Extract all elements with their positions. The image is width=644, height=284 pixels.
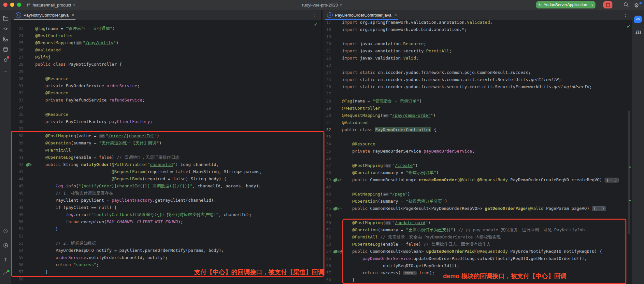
line-number[interactable]: 35	[11, 111, 23, 118]
code-line[interactable]: 34 @Resource	[322, 141, 632, 148]
code-line[interactable]: 22import javax.validation.Valid;	[322, 55, 632, 62]
code-line[interactable]: 24import static cn.iocoder.yudao.framewo…	[322, 69, 632, 76]
endpoint-gutter-icon[interactable]	[333, 206, 338, 211]
maximize-window-button[interactable]	[17, 3, 21, 7]
code-line[interactable]: 55 orderService.notifyOrder(channelId, n…	[11, 254, 321, 261]
project-folder-icon[interactable]	[0, 14, 11, 22]
line-number[interactable]: 32	[322, 126, 331, 133]
recent-clock-icon[interactable]	[0, 227, 11, 235]
line-number[interactable]: 37	[11, 125, 23, 132]
line-number[interactable]: 53	[322, 241, 331, 248]
line-number[interactable]: 54	[322, 248, 331, 255]
code-line[interactable]: 47 PayClient payClient = payClientFactor…	[11, 197, 321, 204]
line-number[interactable]: 33	[322, 133, 331, 141]
line-number[interactable]: 42	[322, 183, 331, 191]
notifications-bell-icon[interactable]	[0, 56, 11, 64]
line-number[interactable]: 29	[322, 105, 331, 112]
more-tool-windows-icon[interactable]: …	[0, 66, 11, 74]
line-number[interactable]: 18	[322, 26, 331, 33]
code-line[interactable]: 58 }	[322, 277, 632, 284]
code-line[interactable]: 50 throw exception(PAY_CHANNEL_CLIENT_NO…	[11, 218, 321, 225]
line-number[interactable]: 30	[11, 75, 23, 82]
line-number[interactable]: 57	[322, 269, 331, 277]
code-line[interactable]: 27@Slf4j	[11, 54, 321, 61]
line-number[interactable]: 37	[322, 162, 331, 169]
search-everywhere-icon[interactable]	[623, 2, 629, 7]
rerun-icon[interactable]: ↻	[538, 3, 542, 7]
line-number[interactable]: 30	[322, 112, 331, 119]
line-number[interactable]: 50	[322, 219, 331, 226]
code-line[interactable]: 59 @PostMapping(value = ⊕˅"/refund/{chan…	[11, 283, 321, 284]
code-line[interactable]: 54 PayOrderRespDTO notify = payClient.pa…	[11, 247, 321, 254]
code-line[interactable]: 23	[322, 62, 632, 69]
run-configuration-widget[interactable]: ↻ YudaoServerApplication ˅	[536, 1, 595, 8]
code-line[interactable]: 24@RestController	[11, 32, 321, 39]
code-line[interactable]: 56 return "success";	[11, 261, 321, 268]
vertical-scrollbar[interactable]	[628, 111, 630, 234]
code-line[interactable]: 49	[322, 212, 632, 219]
code-line[interactable]: 33	[322, 133, 632, 141]
minimize-window-button[interactable]	[10, 3, 14, 7]
code-line[interactable]: 49 log.error("[notifyCallback][渠道编号({}) …	[11, 211, 321, 218]
line-number[interactable]: 25	[322, 76, 331, 83]
line-number[interactable]: 19	[322, 33, 331, 40]
line-number[interactable]: 27	[11, 54, 23, 61]
code-line[interactable]: 31 private PayOrderService orderService;	[11, 82, 321, 89]
code-line[interactable]: 21import javax.annotation.security.Permi…	[322, 47, 632, 55]
line-number[interactable]: 59	[11, 283, 23, 284]
line-number[interactable]: 31	[11, 82, 23, 89]
line-number[interactable]: 55	[11, 254, 23, 261]
code-line[interactable]: 31@Validated	[322, 119, 632, 126]
line-number[interactable]: 27	[322, 90, 331, 98]
database-icon[interactable]	[0, 46, 11, 53]
window-controls[interactable]	[3, 3, 21, 7]
tab-paydemoordercontroller[interactable]: C PayDemoOrderController.java ×	[323, 10, 400, 20]
line-number[interactable]: 49	[322, 212, 331, 219]
line-number[interactable]: 52	[11, 233, 23, 240]
line-number[interactable]: 51	[322, 226, 331, 234]
close-tab-icon[interactable]: ×	[394, 12, 397, 18]
code-line[interactable]: 39> public CommonResult<Long> createDemo…	[322, 176, 632, 183]
line-number[interactable]: 31	[322, 119, 331, 126]
line-number[interactable]: 46	[11, 190, 23, 197]
code-line[interactable]: 17import org.springframework.validation.…	[322, 20, 632, 26]
maven-icon[interactable]: m	[635, 28, 641, 35]
line-number[interactable]: 32	[11, 89, 23, 97]
line-number[interactable]: 24	[11, 32, 23, 39]
line-number[interactable]: 38	[322, 169, 331, 176]
line-number[interactable]: 43	[11, 168, 23, 175]
line-number[interactable]: 26	[322, 83, 331, 90]
line-number[interactable]: 28	[11, 61, 23, 68]
line-number[interactable]: 39	[11, 140, 23, 147]
tab-options-icon[interactable]: ⋮	[623, 12, 628, 18]
line-number[interactable]: 44	[322, 198, 331, 205]
code-line[interactable]: 50 @PostMapping(⊕˅"/update-paid")	[322, 219, 632, 226]
line-number[interactable]: 51	[11, 225, 23, 233]
line-number[interactable]: 23	[322, 62, 331, 69]
code-line[interactable]: 52	[11, 233, 321, 240]
line-number[interactable]: 26	[11, 47, 23, 54]
line-number[interactable]: 48	[11, 204, 23, 211]
services-icon[interactable]	[0, 241, 11, 249]
fold-chevron-icon[interactable]: >	[340, 205, 342, 212]
inspections-ok-icon[interactable]: ✔	[627, 24, 630, 29]
code-line[interactable]: 35 private PayDemoOrderService payDemoOr…	[322, 148, 632, 155]
line-number[interactable]: 36	[11, 118, 23, 125]
line-number[interactable]: 45	[322, 205, 331, 212]
structure-icon[interactable]	[0, 35, 11, 43]
line-number[interactable]: 40	[11, 147, 23, 154]
code-line[interactable]: 40 @PermitAll	[11, 147, 321, 154]
code-line[interactable]: 30@RequestMapping(⊕˅"/pay/demo-order")	[322, 112, 632, 119]
line-number[interactable]: 53	[11, 240, 23, 247]
close-window-button[interactable]	[3, 3, 7, 7]
chevron-down-icon[interactable]: ˅	[591, 3, 593, 7]
build-hammer-icon[interactable]	[0, 256, 11, 264]
code-line[interactable]: 38 @Operation(summary = "创建示例订单")	[322, 169, 632, 176]
line-number[interactable]: 29	[11, 68, 23, 75]
code-line[interactable]: 39 @Operation(summary = "支付渠道的统一【支付】回调")	[11, 140, 321, 147]
line-number[interactable]: 33	[11, 97, 23, 104]
line-number[interactable]: 56	[11, 261, 23, 268]
code-line[interactable]: 29	[11, 68, 321, 75]
endpoint-gutter-icon[interactable]	[333, 178, 338, 182]
line-number[interactable]: 52	[322, 234, 331, 241]
